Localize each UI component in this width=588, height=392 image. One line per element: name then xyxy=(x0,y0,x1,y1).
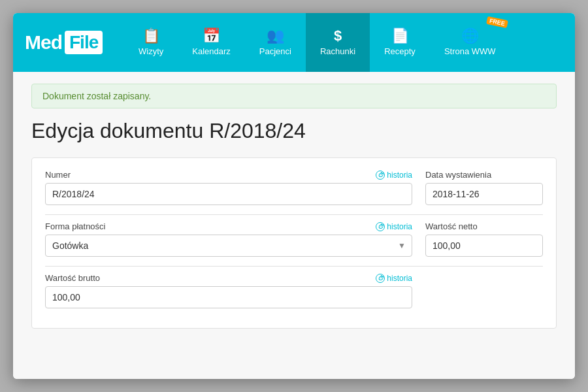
form-group-netto: Wartość netto xyxy=(425,221,543,257)
forma-select-wrap: Gotówka ▼ xyxy=(45,235,412,257)
brutto-input[interactable] xyxy=(45,286,412,308)
logo: Med File xyxy=(13,13,124,72)
divider-2 xyxy=(45,266,543,267)
numer-input[interactable] xyxy=(45,183,412,205)
navbar: Med File 📋 Wizyty 📅 Kalendarz 👥 Pacjenci… xyxy=(13,13,575,72)
numer-historia-text: historia xyxy=(387,171,412,180)
nav-label-strona: Strona WWW xyxy=(444,46,496,56)
form-group-numer: Numer ⏱ historia xyxy=(45,170,412,205)
nav-label-recepty: Recepty xyxy=(384,46,416,56)
forma-label: Forma płatności xyxy=(45,221,105,231)
forma-historia-clock-icon: ⏱ xyxy=(376,222,385,231)
brutto-label-row: Wartość brutto ⏱ historia xyxy=(45,273,412,283)
nav-item-strona[interactable]: FREE 🌐 Strona WWW xyxy=(430,13,510,72)
nav-label-kalendarz: Kalendarz xyxy=(192,46,231,56)
recepty-icon: 📄 xyxy=(391,29,409,43)
alert-message: Dokument został zapisany. xyxy=(42,91,151,101)
data-label-row: Data wystawienia xyxy=(425,170,543,180)
netto-label-row: Wartość netto xyxy=(425,221,543,231)
form-group-brutto: Wartość brutto ⏱ historia xyxy=(45,273,412,308)
nav-item-kalendarz[interactable]: 📅 Kalendarz xyxy=(178,13,245,72)
strona-icon: 🌐 xyxy=(461,29,479,43)
content-area: Dokument został zapisany. Edycja dokumen… xyxy=(13,72,575,379)
form-group-data: Data wystawienia xyxy=(425,170,543,205)
numer-historia-link[interactable]: ⏱ historia xyxy=(376,171,412,180)
numer-label: Numer xyxy=(45,170,71,180)
forma-label-row: Forma płatności ⏱ historia xyxy=(45,221,412,231)
form-group-forma: Forma płatności ⏱ historia Gotówka ▼ xyxy=(45,221,412,257)
form-row-forma: Forma płatności ⏱ historia Gotówka ▼ xyxy=(45,221,543,257)
rachunki-icon: $ xyxy=(334,29,342,43)
free-badge: FREE xyxy=(486,16,508,28)
divider-1 xyxy=(45,214,543,215)
data-input[interactable] xyxy=(425,183,543,205)
numer-label-row: Numer ⏱ historia xyxy=(45,170,412,180)
form-row-numer: Numer ⏱ historia Data wystawienia xyxy=(45,170,543,205)
form-group-brutto-right xyxy=(425,273,543,308)
logo-med: Med xyxy=(25,31,62,54)
historia-clock-icon: ⏱ xyxy=(376,171,385,180)
alert-success: Dokument został zapisany. xyxy=(31,84,557,108)
forma-historia-link[interactable]: ⏱ historia xyxy=(376,222,412,231)
data-label: Data wystawienia xyxy=(425,170,491,180)
form-row-brutto: Wartość brutto ⏱ historia xyxy=(45,273,543,308)
page-title: Edycja dokumentu R/2018/24 xyxy=(31,119,557,143)
nav-label-pacjenci: Pacjenci xyxy=(259,46,291,56)
forma-select[interactable]: Gotówka xyxy=(45,235,412,257)
nav-item-recepty[interactable]: 📄 Recepty xyxy=(370,13,430,72)
pacjenci-icon: 👥 xyxy=(267,29,284,43)
brutto-historia-clock-icon: ⏱ xyxy=(376,274,385,283)
nav-item-pacjenci[interactable]: 👥 Pacjenci xyxy=(245,13,306,72)
kalendarz-icon: 📅 xyxy=(203,29,220,43)
logo-file: File xyxy=(65,31,103,54)
forma-historia-text: historia xyxy=(387,222,412,231)
brutto-historia-text: historia xyxy=(387,274,412,283)
app-window: Med File 📋 Wizyty 📅 Kalendarz 👥 Pacjenci… xyxy=(13,13,575,379)
nav-item-wizyty[interactable]: 📋 Wizyty xyxy=(124,13,178,72)
nav-label-wizyty: Wizyty xyxy=(139,46,163,56)
wizyty-icon: 📋 xyxy=(142,29,160,43)
brutto-historia-link[interactable]: ⏱ historia xyxy=(376,274,412,283)
navbar-items: 📋 Wizyty 📅 Kalendarz 👥 Pacjenci $ Rachun… xyxy=(124,13,575,72)
nav-item-rachunki[interactable]: $ Rachunki xyxy=(306,13,370,72)
form-section: Numer ⏱ historia Data wystawienia xyxy=(31,157,557,329)
nav-label-rachunki: Rachunki xyxy=(320,46,355,56)
netto-label: Wartość netto xyxy=(425,221,478,231)
netto-input[interactable] xyxy=(425,235,543,257)
brutto-label: Wartość brutto xyxy=(45,273,100,283)
